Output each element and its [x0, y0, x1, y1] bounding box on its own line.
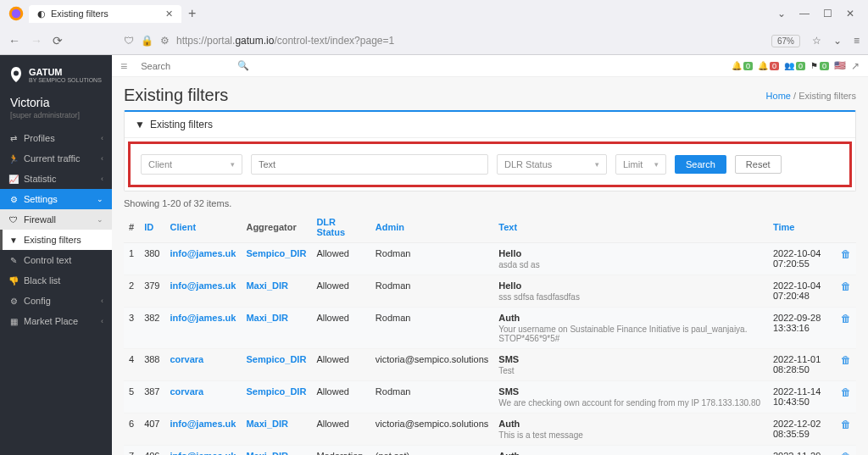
main-area: ≡ 🔍 🔔0 🔔0 👥0 ⚑0 🇺🇸 ↗ Existing filters Ho… [112, 55, 868, 455]
filter-icon: ▼ [135, 119, 145, 130]
lock-icon[interactable]: 🔒 [141, 35, 153, 47]
app-menu-icon[interactable]: ≡ [854, 35, 860, 47]
client-link[interactable]: info@james.uk [170, 248, 236, 258]
cell-id: 379 [139, 275, 164, 308]
sidebar-item-black-list[interactable]: 👎Black list [0, 270, 112, 291]
search-input[interactable] [141, 61, 234, 71]
aggregator-link[interactable]: Maxi_DIR [246, 419, 288, 429]
new-tab-button[interactable]: + [188, 6, 196, 21]
col-admin[interactable]: Admin [370, 212, 493, 243]
brand-name: GATUM [29, 67, 102, 77]
sidebar-item-config[interactable]: ⚙Config‹ [0, 291, 112, 311]
client-link[interactable]: info@james.uk [170, 280, 236, 291]
reset-button[interactable]: Reset [735, 155, 782, 174]
zoom-level[interactable]: 67% [771, 35, 800, 47]
notif-badge-2[interactable]: 🔔0 [758, 61, 779, 70]
client-select[interactable]: Client [141, 154, 242, 175]
aggregator-link[interactable]: Sempico_DIR [246, 248, 306, 258]
cell-id: 406 [139, 446, 164, 456]
flag-icon-1[interactable]: 🇺🇸 [834, 60, 846, 71]
shield-icon: 🛡 [8, 215, 19, 225]
delete-icon[interactable]: 🗑 [841, 313, 851, 325]
gear-icon: ⚙ [8, 297, 19, 306]
pocket-icon[interactable]: ⌄ [833, 35, 842, 47]
col-id[interactable]: ID [139, 212, 164, 243]
dlr-status-select[interactable]: DLR Status [497, 154, 607, 175]
arrows-icon: ⇄ [8, 134, 19, 143]
delete-icon[interactable]: 🗑 [841, 451, 851, 455]
cell-idx: 1 [124, 243, 139, 275]
delete-icon[interactable]: 🗑 [841, 354, 851, 366]
search-button[interactable]: Search [675, 155, 726, 174]
window-chevron-icon[interactable]: ⌄ [777, 8, 786, 19]
aggregator-link[interactable]: Maxi_DIR [246, 313, 288, 323]
running-icon: 🏃 [8, 154, 19, 164]
window-close-icon[interactable]: ✕ [846, 8, 854, 19]
notif-badge-3[interactable]: 👥0 [784, 61, 805, 70]
sidebar-item-control-text[interactable]: ✎Control text [0, 250, 112, 270]
client-link[interactable]: info@james.uk [170, 419, 236, 429]
sidebar-item-statistic[interactable]: 📈Statistic‹ [0, 169, 112, 189]
external-link-icon[interactable]: ↗ [851, 60, 860, 72]
cell-text: Hellosss sdfsa fasdfasdfas [493, 275, 768, 308]
text-input[interactable] [251, 154, 488, 175]
shield-icon[interactable]: 🛡 [124, 35, 134, 47]
cell-id: 387 [139, 381, 164, 413]
col-time[interactable]: Time [768, 212, 836, 243]
cell-id: 407 [139, 413, 164, 446]
cell-admin: Rodman [370, 275, 493, 308]
cell-time: 2022-10-04 07:20:55 [768, 243, 836, 275]
cell-text: SMSWe are checking own account for sendi… [493, 381, 768, 413]
sidebar-item-firewall[interactable]: 🛡Firewall⌄ [0, 209, 112, 230]
sidebar-item-settings[interactable]: ⚙Settings⌄ [0, 189, 112, 209]
cell-time: 2022-10-04 07:20:48 [768, 275, 836, 308]
aggregator-link[interactable]: Maxi_DIR [246, 451, 288, 455]
client-link[interactable]: corvara [170, 354, 203, 364]
breadcrumb-home[interactable]: Home [766, 91, 791, 101]
user-role: [super administrator] [10, 111, 102, 119]
delete-icon[interactable]: 🗑 [841, 248, 851, 260]
reload-button[interactable]: ⟳ [53, 34, 63, 47]
back-button[interactable]: ← [8, 34, 20, 47]
chevron-down-icon: ⌄ [97, 215, 103, 224]
col-client[interactable]: Client [164, 212, 241, 243]
sidebar-item-market-place[interactable]: ▦Market Place‹ [0, 311, 112, 331]
browser-tab[interactable]: ◐ Existing filters ✕ [29, 5, 181, 23]
sidebar-item-existing-filters[interactable]: ▼Existing filters [0, 230, 112, 250]
search-icon[interactable]: 🔍 [237, 60, 249, 71]
hamburger-icon[interactable]: ≡ [120, 59, 127, 73]
sidebar-item-profiles[interactable]: ⇄Profiles‹ [0, 128, 112, 148]
aggregator-link[interactable]: Maxi_DIR [246, 280, 288, 291]
notif-badge-1[interactable]: 🔔0 [732, 61, 753, 70]
permissions-icon[interactable]: ⚙ [160, 35, 170, 47]
bookmark-star-icon[interactable]: ☆ [812, 35, 821, 47]
limit-select[interactable]: Limit [615, 154, 666, 175]
filter-icon: ▼ [8, 236, 19, 245]
window-maximize-icon[interactable]: ☐ [823, 8, 832, 19]
tab-close-icon[interactable]: ✕ [165, 8, 173, 19]
url-bar[interactable]: 🛡 🔒 ⚙ https://portal.gatum.io/control-te… [73, 35, 761, 47]
aggregator-link[interactable]: Sempico_DIR [246, 386, 306, 397]
delete-icon[interactable]: 🗑 [841, 280, 851, 292]
cell-id: 380 [139, 243, 164, 275]
cell-admin: (not set) [370, 446, 493, 456]
top-search[interactable]: 🔍 [136, 58, 254, 73]
col-dlr[interactable]: DLR Status [311, 212, 370, 243]
sidebar: GATUM BY SEMPICO SOLUTIONS Victoria [sup… [0, 55, 112, 455]
aggregator-link[interactable]: Sempico_DIR [246, 354, 306, 364]
col-text[interactable]: Text [493, 212, 768, 243]
nav-bar: ← → ⟳ 🛡 🔒 ⚙ https://portal.gatum.io/cont… [0, 27, 868, 54]
notif-badge-4[interactable]: ⚑0 [810, 61, 829, 70]
forward-button[interactable]: → [31, 34, 42, 47]
gatum-logo-icon [8, 65, 24, 84]
client-link[interactable]: corvara [170, 386, 203, 397]
grid-icon: ▦ [8, 317, 19, 326]
cell-time: 2022-12-02 08:35:59 [768, 413, 836, 446]
window-minimize-icon[interactable]: — [799, 8, 810, 19]
sidebar-item-current-traffic[interactable]: 🏃Current traffic‹ [0, 148, 112, 169]
delete-icon[interactable]: 🗑 [841, 386, 851, 398]
client-link[interactable]: info@james.uk [170, 313, 236, 323]
cell-idx: 6 [124, 413, 139, 446]
client-link[interactable]: info@james.uk [170, 451, 236, 455]
delete-icon[interactable]: 🗑 [841, 419, 851, 430]
